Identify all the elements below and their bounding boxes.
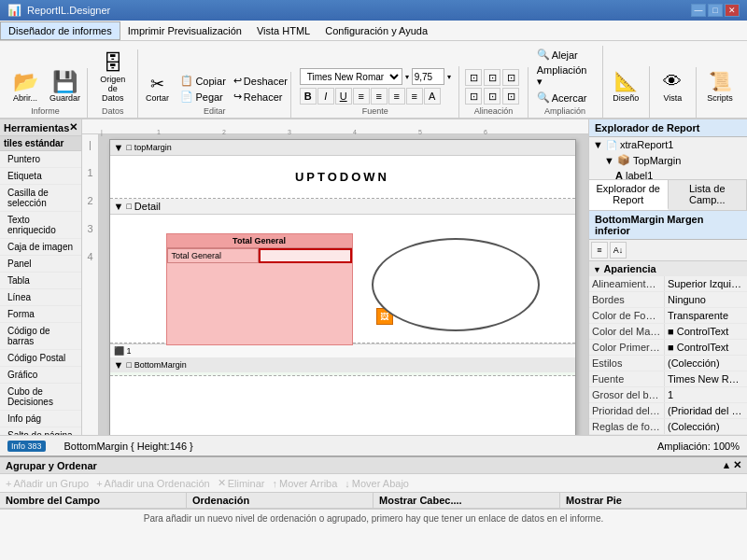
align-center-btn[interactable]: ≡ xyxy=(371,88,388,105)
ribbon-group-editar: ✂ Cortar 📋 Copiar 📄 Pegar ↩ Deshacer xyxy=(138,72,291,118)
align-mid-right[interactable]: ⊡ xyxy=(502,88,519,105)
ribbon-btn-vista[interactable]: 👁 Vista xyxy=(654,69,691,105)
align-right-btn[interactable]: ≡ xyxy=(388,88,405,105)
menu-configuracion[interactable]: Configuración y Ayuda xyxy=(317,22,435,39)
tool-forma[interactable]: Forma xyxy=(0,306,81,323)
tool-grafico[interactable]: Gráfico xyxy=(0,367,81,384)
tool-salto[interactable]: Salto de página xyxy=(0,427,81,435)
prop-section-apariencia[interactable]: ▼ Apariencia xyxy=(589,261,747,276)
tool-info-pag[interactable]: Info pág xyxy=(0,411,81,427)
prop-row-fuente: Fuente Times New Roman... xyxy=(589,371,747,387)
ribbon-btn-rehacer[interactable]: ↪ Rehacer xyxy=(231,90,290,104)
page-nav-icon[interactable]: ⬛ xyxy=(114,346,124,356)
design-icon: 📐 xyxy=(614,70,638,92)
toolbox-section-label: tiles estándar xyxy=(0,136,81,151)
ribbon-btn-origen[interactable]: 🗄 Origende Datos xyxy=(93,51,132,105)
minimize-btn[interactable]: — xyxy=(691,4,706,17)
bottommargin-icon: □ xyxy=(126,360,131,370)
prop-cat-btn[interactable]: ≡ xyxy=(591,242,608,259)
align-left-btn[interactable]: ≡ xyxy=(353,88,370,105)
tool-etiqueta[interactable]: Etiqueta xyxy=(0,168,81,185)
topmargin-collapse-icon[interactable]: ▼ xyxy=(114,142,124,153)
topmargin-label: topMargin xyxy=(134,143,172,152)
tool-tabla[interactable]: Tabla xyxy=(0,273,81,289)
align-top-center[interactable]: ⊡ xyxy=(484,69,500,86)
bottommargin-collapse-icon[interactable]: ▼ xyxy=(114,359,124,371)
ribbon-btn-pegar[interactable]: 📄 Pegar xyxy=(177,90,228,104)
maximize-btn[interactable]: □ xyxy=(708,4,723,17)
remove-btn[interactable]: ✕ Eliminar xyxy=(218,477,265,489)
report-title: UPTODOWN xyxy=(115,161,571,193)
ribbon-group-diseno: 📐 Diseño xyxy=(603,66,650,118)
align-mid-center[interactable]: ⊡ xyxy=(484,88,500,105)
page-indicator: ⬛ 1 xyxy=(110,343,575,357)
align-top-left[interactable]: ⊡ xyxy=(465,69,482,86)
tree-item-xtraReport1[interactable]: ▼ 📄 xtraReport1 xyxy=(589,137,747,152)
tool-panel[interactable]: Panel xyxy=(0,256,81,273)
ribbon-group-ampliacion: 🔍 Alejar Ampliación ▾ 🔍 Acercar Ampliaci… xyxy=(529,46,603,118)
align-justify-btn[interactable]: ≡ xyxy=(406,88,423,105)
font-name-selector[interactable]: Times New Roman xyxy=(300,68,402,85)
panel-tab-fields[interactable]: Lista de Camp... xyxy=(669,180,748,210)
tool-casilla[interactable]: Casilla de selección xyxy=(0,185,81,212)
report-page: ▼ □ topMargin UPTODOWN ▼ □ Detail xyxy=(109,139,576,435)
view-icon: 👁 xyxy=(663,71,682,92)
zoom-level: Ampliación: 100% xyxy=(657,441,740,452)
align-mid-left[interactable]: ⊡ xyxy=(465,88,482,105)
tool-cubo[interactable]: Cubo de Decisiones xyxy=(0,384,81,411)
prop-sort-btn[interactable]: A↓ xyxy=(610,242,627,259)
detail-collapse-icon[interactable]: ▼ xyxy=(114,201,124,212)
bottom-panel-close-icon[interactable]: ✕ xyxy=(733,459,741,471)
tree-band-icon: 📦 xyxy=(617,154,630,166)
move-down-btn[interactable]: ↓ Mover Abajo xyxy=(345,478,409,489)
tool-texto[interactable]: Texto enriquecido xyxy=(0,212,81,239)
ribbon-btn-diseno[interactable]: 📐 Diseño xyxy=(607,68,644,105)
pivot-grid[interactable]: Total General Total General xyxy=(166,233,353,345)
close-btn[interactable]: ✕ xyxy=(725,4,740,17)
prop-row-prioridad: Prioridad del est: (Prioridad del estilo… xyxy=(589,403,747,419)
menu-imprimir[interactable]: Imprimir Previsualización xyxy=(120,22,249,39)
underline-button[interactable]: U xyxy=(335,88,352,105)
italic-button[interactable]: I xyxy=(317,88,334,105)
tool-puntero[interactable]: Puntero xyxy=(0,151,81,168)
bold-button[interactable]: B xyxy=(300,88,317,105)
ribbon-btn-abrir[interactable]: 📂 Abrir... xyxy=(7,70,44,105)
add-sort-btn[interactable]: + Añadir una Ordenación xyxy=(96,478,210,489)
ribbon-btn-guardar[interactable]: 💾 Guardar xyxy=(46,70,84,105)
tree-item-topmargin[interactable]: ▼ 📦 TopMargin xyxy=(589,152,747,168)
info-badge: Info 383 xyxy=(7,441,46,452)
tree-item-label1[interactable]: A label1 xyxy=(589,168,747,180)
pivot-header: Total General xyxy=(167,234,352,248)
tool-caja-imagen[interactable]: Caja de imagen xyxy=(0,239,81,256)
ribbon: 📂 Abrir... 💾 Guardar Informe 🗄 Origende … xyxy=(0,41,747,119)
shape-ellipse[interactable] xyxy=(372,238,540,331)
ribbon-btn-copiar[interactable]: 📋 Copiar xyxy=(177,74,228,88)
panel-tab-explorer[interactable]: Explorador de Report xyxy=(589,180,669,210)
align-top-right[interactable]: ⊡ xyxy=(502,69,519,86)
tool-linea[interactable]: Línea xyxy=(0,289,81,306)
ribbon-btn-acercar[interactable]: 🔍 Acercar xyxy=(534,91,597,105)
cut-icon: ✂ xyxy=(150,76,164,92)
prop-row-alineamiento: Alineamiento de Superior Izquierda xyxy=(589,276,747,292)
tool-codigo-barras[interactable]: Código de barras xyxy=(0,323,81,350)
tree-label-icon: A xyxy=(615,170,623,180)
canvas-area[interactable]: | 1 2 3 4 5 6 | 1 2 3 4 xyxy=(82,119,588,435)
move-up-btn[interactable]: ↑ Mover Arriba xyxy=(272,478,337,489)
ribbon-btn-cortar[interactable]: ✂ Cortar xyxy=(138,74,176,105)
bottom-panel-collapse-icon[interactable]: ▴ xyxy=(724,459,729,471)
font-size-input[interactable] xyxy=(412,68,444,85)
toolbox-close-icon[interactable]: ✕ xyxy=(69,121,78,133)
tree-expand-icon-top: ▼ xyxy=(604,155,614,166)
explorer-header: Explorador de Report xyxy=(589,119,747,137)
menu-vistahtml[interactable]: Vista HTML xyxy=(249,22,317,39)
tool-codigo-postal[interactable]: Código Postal xyxy=(0,350,81,367)
ribbon-btn-alejar[interactable]: 🔍 Alejar xyxy=(534,48,597,62)
ruler-vertical: | 1 2 3 4 xyxy=(82,134,99,435)
menu-disenador[interactable]: Diseñador de informes xyxy=(0,21,120,40)
ribbon-btn-ampliacion2[interactable]: Ampliación ▾ xyxy=(534,63,597,89)
add-group-btn[interactable]: + Añadir un Grupo xyxy=(6,478,89,489)
ribbon-btn-deshacer[interactable]: ↩ Deshacer xyxy=(231,74,290,88)
font-color-btn[interactable]: A xyxy=(424,88,441,105)
ribbon-btn-scripts[interactable]: 📜 Scripts xyxy=(701,68,739,105)
add-sort-icon: + xyxy=(96,478,102,489)
